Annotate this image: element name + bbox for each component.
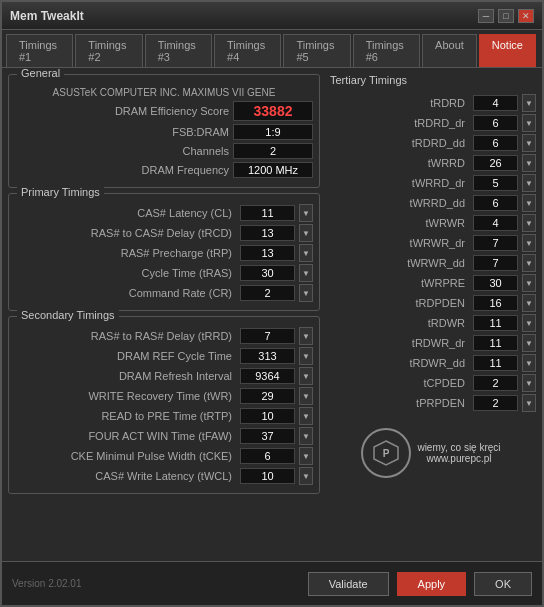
primary-dropdown-0[interactable]: ▼	[299, 204, 313, 222]
secondary-input-0[interactable]	[240, 328, 295, 344]
secondary-input-2[interactable]	[240, 368, 295, 384]
tertiary-input-14[interactable]	[473, 375, 518, 391]
primary-label: Primary Timings	[17, 186, 104, 198]
tertiary-input-13[interactable]	[473, 355, 518, 371]
tertiary-input-9[interactable]	[473, 275, 518, 291]
maximize-button[interactable]: □	[498, 9, 514, 23]
secondary-label-6: CKE Minimul Pulse Width (tCKE)	[15, 450, 236, 462]
secondary-input-6[interactable]	[240, 448, 295, 464]
secondary-row-0: RAS# to RAS# Delay (tRRD) ▼	[15, 327, 313, 345]
secondary-dropdown-3[interactable]: ▼	[299, 387, 313, 405]
action-buttons: Validate Apply OK	[308, 572, 532, 596]
tertiary-input-6[interactable]	[473, 215, 518, 231]
tertiary-dropdown-1[interactable]: ▼	[522, 114, 536, 132]
tertiary-input-1[interactable]	[473, 115, 518, 131]
tertiary-input-5[interactable]	[473, 195, 518, 211]
secondary-dropdown-4[interactable]: ▼	[299, 407, 313, 425]
tertiary-label-13: tRDWR_dd	[326, 357, 469, 369]
primary-input-1[interactable]	[240, 225, 295, 241]
tertiary-input-12[interactable]	[473, 335, 518, 351]
tertiary-dropdown-11[interactable]: ▼	[522, 314, 536, 332]
primary-row-3: Cycle Time (tRAS) ▼	[15, 264, 313, 282]
secondary-row-2: DRAM Refresh Interval ▼	[15, 367, 313, 385]
tertiary-label-10: tRDPDEN	[326, 297, 469, 309]
tertiary-title: Tertiary Timings	[326, 74, 536, 86]
tertiary-dropdown-2[interactable]: ▼	[522, 134, 536, 152]
tertiary-row-4: tWRRD_dr ▼	[326, 174, 536, 192]
secondary-dropdown-2[interactable]: ▼	[299, 367, 313, 385]
tertiary-dropdown-13[interactable]: ▼	[522, 354, 536, 372]
tertiary-input-11[interactable]	[473, 315, 518, 331]
tertiary-label-14: tCPDED	[326, 377, 469, 389]
tab-about[interactable]: About	[422, 34, 477, 67]
tertiary-input-15[interactable]	[473, 395, 518, 411]
tertiary-dropdown-4[interactable]: ▼	[522, 174, 536, 192]
tertiary-dropdown-15[interactable]: ▼	[522, 394, 536, 412]
logo-area: P wiemy, co się kręci www.purepc.pl	[326, 422, 536, 478]
secondary-group: Secondary Timings RAS# to RAS# Delay (tR…	[8, 316, 320, 494]
minimize-button[interactable]: ─	[478, 9, 494, 23]
secondary-dropdown-1[interactable]: ▼	[299, 347, 313, 365]
secondary-input-3[interactable]	[240, 388, 295, 404]
tertiary-dropdown-6[interactable]: ▼	[522, 214, 536, 232]
primary-dropdown-3[interactable]: ▼	[299, 264, 313, 282]
tertiary-dropdown-8[interactable]: ▼	[522, 254, 536, 272]
tertiary-input-4[interactable]	[473, 175, 518, 191]
secondary-input-4[interactable]	[240, 408, 295, 424]
secondary-dropdown-5[interactable]: ▼	[299, 427, 313, 445]
tertiary-label-0: tRDRD	[326, 97, 469, 109]
primary-row-4: Command Rate (CR) ▼	[15, 284, 313, 302]
channels-value: 2	[233, 143, 313, 159]
tertiary-dropdown-3[interactable]: ▼	[522, 154, 536, 172]
primary-input-3[interactable]	[240, 265, 295, 281]
tertiary-input-3[interactable]	[473, 155, 518, 171]
tertiary-input-8[interactable]	[473, 255, 518, 271]
tertiary-row-8: tWRWR_dd ▼	[326, 254, 536, 272]
secondary-dropdown-0[interactable]: ▼	[299, 327, 313, 345]
tertiary-row-10: tRDPDEN ▼	[326, 294, 536, 312]
tertiary-row-7: tWRWR_dr ▼	[326, 234, 536, 252]
primary-label-4: Command Rate (CR)	[15, 287, 236, 299]
tertiary-dropdown-7[interactable]: ▼	[522, 234, 536, 252]
primary-dropdown-1[interactable]: ▼	[299, 224, 313, 242]
tab-bar: Timings #1 Timings #2 Timings #3 Timings…	[2, 30, 542, 68]
primary-input-4[interactable]	[240, 285, 295, 301]
secondary-input-5[interactable]	[240, 428, 295, 444]
tab-timings2[interactable]: Timings #2	[75, 34, 142, 67]
tab-timings1[interactable]: Timings #1	[6, 34, 73, 67]
tab-timings6[interactable]: Timings #6	[353, 34, 420, 67]
tab-notice[interactable]: Notice	[479, 34, 536, 67]
secondary-label-5: FOUR ACT WIN Time (tFAW)	[15, 430, 236, 442]
tertiary-input-0[interactable]	[473, 95, 518, 111]
tab-timings3[interactable]: Timings #3	[145, 34, 212, 67]
secondary-input-1[interactable]	[240, 348, 295, 364]
tertiary-dropdown-9[interactable]: ▼	[522, 274, 536, 292]
secondary-dropdown-7[interactable]: ▼	[299, 467, 313, 485]
tertiary-dropdown-12[interactable]: ▼	[522, 334, 536, 352]
tertiary-dropdown-0[interactable]: ▼	[522, 94, 536, 112]
tertiary-dropdown-5[interactable]: ▼	[522, 194, 536, 212]
primary-input-0[interactable]	[240, 205, 295, 221]
primary-input-2[interactable]	[240, 245, 295, 261]
secondary-dropdown-6[interactable]: ▼	[299, 447, 313, 465]
tertiary-input-7[interactable]	[473, 235, 518, 251]
tertiary-label-7: tWRWR_dr	[326, 237, 469, 249]
ok-button[interactable]: OK	[474, 572, 532, 596]
validate-button[interactable]: Validate	[308, 572, 389, 596]
tab-timings5[interactable]: Timings #5	[283, 34, 350, 67]
logo-line1: wiemy, co się kręci	[417, 442, 500, 453]
primary-dropdown-2[interactable]: ▼	[299, 244, 313, 262]
primary-label-0: CAS# Latency (CL)	[15, 207, 236, 219]
close-button[interactable]: ✕	[518, 9, 534, 23]
tertiary-input-2[interactable]	[473, 135, 518, 151]
tertiary-input-10[interactable]	[473, 295, 518, 311]
tertiary-dropdown-14[interactable]: ▼	[522, 374, 536, 392]
apply-button[interactable]: Apply	[397, 572, 467, 596]
tertiary-label-12: tRDWR_dr	[326, 337, 469, 349]
primary-dropdown-4[interactable]: ▼	[299, 284, 313, 302]
tab-timings4[interactable]: Timings #4	[214, 34, 281, 67]
secondary-input-7[interactable]	[240, 468, 295, 484]
tertiary-dropdown-10[interactable]: ▼	[522, 294, 536, 312]
tertiary-label-5: tWRRD_dd	[326, 197, 469, 209]
secondary-row-5: FOUR ACT WIN Time (tFAW) ▼	[15, 427, 313, 445]
